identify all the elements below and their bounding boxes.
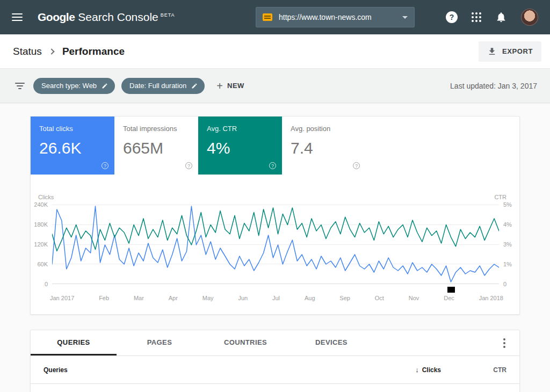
page-title: Performance [62,46,125,57]
export-label: EXPORT [502,47,533,55]
metric-total-impressions[interactable]: Total impressions 665M ? [114,117,198,175]
metric-value: 26.6K [39,139,106,157]
column-header-clicks[interactable]: ↓ Clicks [415,366,441,374]
x-tick: Feb [99,295,109,301]
axis-tick: 180K [34,221,48,228]
x-tick: Jun [238,295,248,301]
property-icon [263,13,272,21]
column-header-queries: Queries [44,366,68,374]
cursor-artifact [447,287,455,293]
metric-tiles: Total clicks 26.6K ? Total impressions 6… [31,117,519,175]
tab-queries[interactable]: QUERIES [31,330,117,355]
chart-plot-area[interactable] [52,205,499,284]
menu-icon[interactable] [12,13,23,21]
axis-tick: 4% [503,221,512,228]
metric-label: Total impressions [123,125,190,133]
new-filter-button[interactable]: + NEW [216,81,244,91]
tab-countries[interactable]: COUNTRIES [202,330,288,355]
metric-help-icon[interactable]: ? [353,162,360,169]
x-tick: Oct [375,295,384,301]
breadcrumb-bar: Status Performance EXPORT [0,34,550,69]
metric-avg-position[interactable]: Avg. position 7.4 ? [282,117,366,175]
tab-devices[interactable]: DEVICES [288,330,374,355]
top-app-bar: GoogleSearch ConsoleBETA https://www.tow… [0,0,550,34]
metric-label: Total clicks [39,125,106,133]
metric-total-clicks[interactable]: Total clicks 26.6K ? [31,117,114,175]
logo-google: Google [38,11,75,23]
x-tick: Nov [409,295,419,301]
beta-badge: BETA [161,12,175,18]
performance-chart-card: Total clicks 26.6K ? Total impressions 6… [30,116,520,315]
x-tick: Jan 2018 [479,295,503,301]
metric-help-icon[interactable]: ? [269,162,276,169]
metric-help-icon[interactable]: ? [185,162,192,169]
app-logo[interactable]: GoogleSearch ConsoleBETA [38,11,175,24]
main-content: Total clicks 26.6K ? Total impressions 6… [0,103,550,392]
x-tick: Dec [444,295,454,301]
metric-help-icon[interactable]: ? [102,162,108,169]
time-series-chart: Clicks CTR 240K 180K 120K 60K 0 5% 4% 3% [31,175,519,314]
x-tick: May [202,295,214,301]
tab-pages[interactable]: PAGES [117,330,202,355]
table-tabs: QUERIES PAGES COUNTRIES DEVICES [31,330,519,356]
axis-tick: 0 [503,281,506,287]
x-axis-labels: Jan 2017 Feb Mar Apr May Jun Jul Aug Sep… [50,295,503,301]
sort-down-icon: ↓ [415,366,419,374]
metric-value: 7.4 [291,139,357,157]
chip-label: Search type: Web [41,82,97,90]
breadcrumb-status-link[interactable]: Status [13,46,42,57]
filter-bar: Search type: Web Date: Full duration + N… [0,69,550,103]
notifications-bell-icon[interactable] [495,11,507,23]
more-options-icon[interactable] [500,335,509,351]
axis-tick: 120K [34,241,48,248]
property-selector[interactable]: https://www.town-news.com [256,7,415,27]
metric-value: 665M [123,139,190,157]
right-axis-ticks: 5% 4% 3% 1% 0 [499,205,519,284]
axis-tick: 5% [503,201,512,208]
filter-chip-date[interactable]: Date: Full duration [121,78,205,94]
filter-chip-search-type[interactable]: Search type: Web [33,78,115,94]
axis-tick: 240K [34,201,48,208]
x-tick: Mar [134,295,144,301]
x-tick: Aug [305,295,315,301]
download-icon [487,47,497,56]
metric-label: Avg. CTR [207,125,273,133]
edit-pencil-icon[interactable] [191,83,198,89]
x-tick: Sep [339,295,350,301]
export-button[interactable]: EXPORT [479,41,541,62]
left-axis-ticks: 240K 180K 120K 60K 0 [31,205,52,284]
x-tick: Apr [169,295,178,301]
axis-tick: 60K [37,261,48,267]
avatar[interactable] [521,9,538,26]
chip-label: Date: Full duration [129,82,186,90]
x-tick: Jan 2017 [50,295,74,301]
help-icon[interactable]: ? [446,11,458,23]
axis-tick: 3% [503,241,512,248]
x-tick: Jul [272,295,280,301]
logo-product: Search Console [78,11,158,23]
right-axis-title: CTR [494,194,506,200]
left-axis-title: Clicks [38,194,54,200]
filter-icon[interactable] [15,83,25,89]
metric-avg-ctr[interactable]: Avg. CTR 4% ? [198,117,282,175]
property-url: https://www.town-news.com [279,13,398,21]
axis-tick: 0 [45,281,48,287]
plus-icon: + [216,81,223,91]
column-header-ctr[interactable]: CTR [441,366,506,374]
queries-table-card: QUERIES PAGES COUNTRIES DEVICES Queries … [30,330,520,392]
table-header-row: Queries ↓ Clicks CTR [31,356,519,384]
edit-pencil-icon[interactable] [102,83,108,89]
chevron-down-icon [402,16,408,19]
metric-value: 4% [207,139,273,157]
apps-grid-icon[interactable] [472,12,481,22]
chevron-right-icon [48,48,54,54]
axis-tick: 1% [503,261,512,267]
new-label: NEW [227,82,244,90]
last-updated-text: Last updated: Jan 3, 2017 [450,82,537,90]
metric-label: Avg. position [291,125,357,133]
